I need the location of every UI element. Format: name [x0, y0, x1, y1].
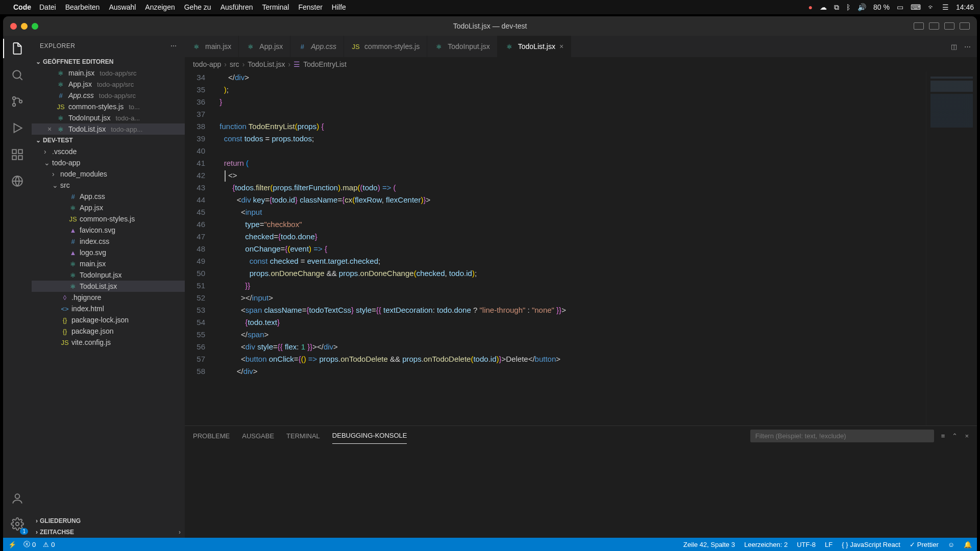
- tree-item[interactable]: {}package-lock.json: [32, 314, 185, 325]
- tree-item[interactable]: ⚛App.jsx: [32, 202, 185, 213]
- settings-gear-icon[interactable]: 1: [10, 516, 25, 532]
- battery-icon[interactable]: ▭: [897, 3, 903, 11]
- tree-item[interactable]: #index.css: [32, 236, 185, 247]
- minimize-window-button[interactable]: [21, 23, 28, 30]
- breadcrumb[interactable]: todo-app›src›TodoList.jsx›☰TodoEntryList: [185, 57, 977, 71]
- notifications-icon[interactable]: 🔔: [964, 541, 972, 548]
- wifi-icon[interactable]: ᯤ: [928, 3, 935, 11]
- panel-tab[interactable]: AUSGABE: [242, 428, 274, 444]
- close-icon[interactable]: ×: [46, 125, 53, 133]
- panel-tab[interactable]: PROBLEME: [193, 428, 230, 444]
- accounts-icon[interactable]: [10, 491, 25, 506]
- remote-icon[interactable]: [10, 173, 25, 189]
- indentation[interactable]: Leerzeichen: 2: [744, 541, 788, 548]
- code-content[interactable]: </div> ); } function TodoEntryList(props…: [215, 71, 926, 425]
- more-icon[interactable]: ⋯: [964, 43, 971, 51]
- more-icon[interactable]: ⋯: [170, 42, 177, 49]
- prettier-status[interactable]: ✓ Prettier: [910, 541, 939, 548]
- tree-item[interactable]: ›.vscode: [32, 146, 185, 157]
- timeline-header[interactable]: › ZEITACHSE ›: [32, 527, 185, 538]
- cloud-icon[interactable]: ☁: [820, 3, 827, 11]
- close-window-button[interactable]: [10, 23, 17, 30]
- cursor-position[interactable]: Zeile 42, Spalte 3: [683, 541, 735, 548]
- toggle-sidebar-icon[interactable]: [914, 22, 924, 30]
- run-debug-icon[interactable]: [10, 120, 25, 136]
- macos-menuitem[interactable]: Anzeigen: [145, 3, 175, 11]
- macos-menuitem[interactable]: Datei: [39, 3, 56, 11]
- tree-item[interactable]: ▲favicon.svg: [32, 224, 185, 236]
- editor-tab[interactable]: ⚛App.jsx: [239, 36, 290, 57]
- minimap[interactable]: [926, 71, 977, 425]
- tree-item[interactable]: ⚛TodoList.jsx: [32, 281, 185, 292]
- editor-tab[interactable]: ⚛TodoList.jsx×: [498, 36, 571, 57]
- control-center-icon[interactable]: ☰: [942, 3, 949, 11]
- panel-tab[interactable]: DEBUGGING-KONSOLE: [332, 428, 407, 444]
- open-editor-item[interactable]: ×⚛main.jsxtodo-app/src: [32, 67, 185, 79]
- extensions-icon[interactable]: [10, 147, 25, 162]
- record-icon[interactable]: ●: [808, 3, 813, 11]
- tree-item[interactable]: {}package.json: [32, 325, 185, 337]
- tree-item[interactable]: <>index.html: [32, 303, 185, 314]
- source-control-icon[interactable]: [10, 94, 25, 109]
- debug-console-content[interactable]: [185, 445, 977, 538]
- tree-item[interactable]: ›node_modules: [32, 168, 185, 180]
- breadcrumb-segment[interactable]: todo-app: [193, 60, 221, 68]
- split-editor-icon[interactable]: ◫: [951, 43, 957, 51]
- breadcrumb-segment[interactable]: TodoEntryList: [303, 60, 347, 68]
- tree-item[interactable]: ⚛TodoInput.jsx: [32, 269, 185, 281]
- editor-tab[interactable]: #App.css: [290, 36, 344, 57]
- open-editor-item[interactable]: ×⚛TodoList.jsxtodo-app...: [32, 123, 185, 135]
- filter-input[interactable]: [750, 430, 934, 442]
- explorer-icon[interactable]: [10, 41, 25, 56]
- eol[interactable]: LF: [825, 541, 832, 548]
- tree-item[interactable]: JSvite.config.js: [32, 337, 185, 348]
- macos-appname[interactable]: Code: [13, 3, 31, 11]
- feedback-icon[interactable]: ☺: [948, 541, 954, 548]
- open-editor-item[interactable]: ×⚛TodoInput.jsxtodo-a...: [32, 112, 185, 123]
- tree-item[interactable]: ⌄todo-app: [32, 157, 185, 168]
- open-editor-item[interactable]: ×JScommon-styles.jsto...: [32, 101, 185, 112]
- editor-tab[interactable]: ⚛main.jsx: [185, 36, 239, 57]
- toggle-panel-icon[interactable]: [929, 22, 939, 30]
- tree-item[interactable]: ▲logo.svg: [32, 247, 185, 258]
- close-panel-icon[interactable]: ×: [965, 432, 969, 440]
- bluetooth-icon[interactable]: ᛒ: [846, 3, 850, 11]
- breadcrumb-segment[interactable]: TodoList.jsx: [248, 60, 285, 68]
- encoding[interactable]: UTF-8: [797, 541, 816, 548]
- macos-menuitem[interactable]: Terminal: [262, 3, 289, 11]
- macos-menuitem[interactable]: Gehe zu: [184, 3, 211, 11]
- chevron-up-icon[interactable]: ⌃: [952, 432, 958, 440]
- tree-item[interactable]: ⌄src: [32, 180, 185, 191]
- open-editor-item[interactable]: ×#App.csstodo-app/src: [32, 90, 185, 101]
- remote-indicator[interactable]: ⚡: [8, 541, 16, 548]
- search-icon[interactable]: [10, 67, 25, 83]
- filter-settings-icon[interactable]: ≡: [941, 432, 945, 440]
- language-mode[interactable]: { } JavaScript React: [842, 541, 900, 548]
- toggle-secondary-icon[interactable]: [944, 22, 954, 30]
- tree-item[interactable]: ◊.hgignore: [32, 292, 185, 303]
- macos-menuitem[interactable]: Hilfe: [332, 3, 346, 11]
- customize-layout-icon[interactable]: [960, 22, 970, 30]
- editor-tab[interactable]: ⚛TodoInput.jsx: [427, 36, 498, 57]
- close-icon[interactable]: ×: [559, 42, 564, 51]
- panel-tab[interactable]: TERMINAL: [286, 428, 320, 444]
- tree-item[interactable]: ⚛main.jsx: [32, 258, 185, 269]
- maximize-window-button[interactable]: [32, 23, 38, 30]
- warnings-indicator[interactable]: ⚠ 0: [43, 541, 55, 548]
- tree-item[interactable]: #App.css: [32, 191, 185, 202]
- macos-menuitem[interactable]: Auswahl: [109, 3, 136, 11]
- code-editor[interactable]: 3435363738394041424344454647484950515253…: [185, 71, 977, 425]
- volume-icon[interactable]: 🔊: [857, 3, 866, 11]
- macos-menuitem[interactable]: Bearbeiten: [65, 3, 100, 11]
- breadcrumb-segment[interactable]: src: [230, 60, 239, 68]
- open-editors-header[interactable]: ⌄ GEÖFFNETE EDITOREN: [32, 56, 185, 67]
- project-header[interactable]: ⌄ DEV-TEST: [32, 135, 185, 146]
- open-editor-item[interactable]: ×⚛App.jsxtodo-app/src: [32, 79, 185, 90]
- display-icon[interactable]: ⧉: [834, 3, 839, 12]
- keyboard-icon[interactable]: ⌨: [911, 3, 921, 11]
- macos-menuitem[interactable]: Ausführen: [220, 3, 253, 11]
- editor-tab[interactable]: JScommon-styles.js: [344, 36, 427, 57]
- errors-indicator[interactable]: ⓧ 0: [23, 540, 36, 549]
- outline-header[interactable]: › GLIEDERUNG: [32, 515, 185, 527]
- tree-item[interactable]: JScommon-styles.js: [32, 213, 185, 224]
